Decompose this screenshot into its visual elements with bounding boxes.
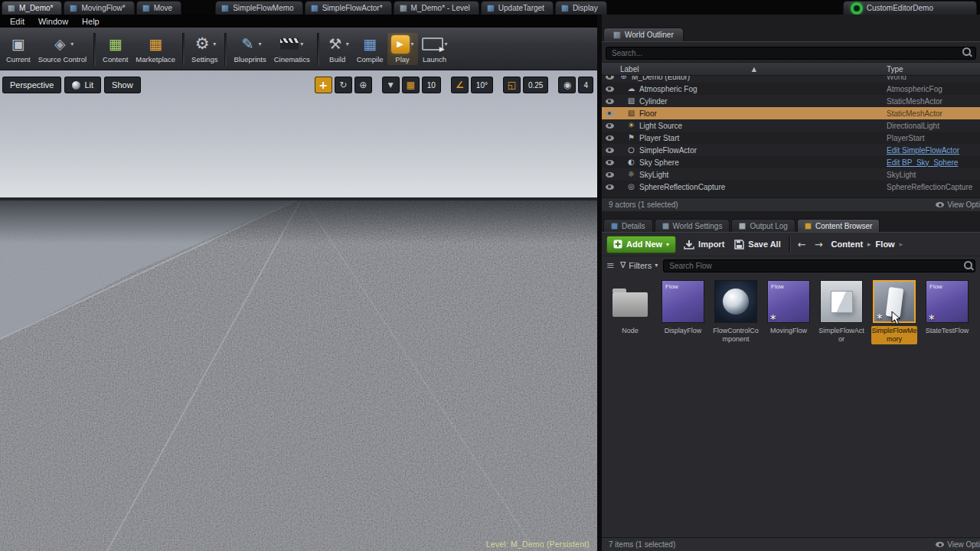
grid-snap-value[interactable]: 10 — [422, 77, 441, 93]
edit-asset-link[interactable]: Edit BP_Sky_Sphere — [887, 158, 980, 167]
surface-snap-icon[interactable] — [382, 77, 400, 93]
tab-customeditordemo[interactable]: CustomEditorDemo — [843, 1, 977, 15]
world-coords-icon[interactable] — [354, 77, 372, 93]
tab-world-settings[interactable]: World Settings — [655, 219, 730, 232]
visibility-toggle[interactable] — [602, 135, 617, 141]
viewport-floor[interactable] — [0, 197, 597, 551]
tab-m-demo[interactable]: M_Demo* — [2, 1, 62, 15]
outliner-row-sky-sphere[interactable]: Sky SphereEdit BP_Sky_Sphere — [602, 156, 980, 168]
camera-speed-icon[interactable] — [558, 77, 576, 93]
import-button[interactable]: Import — [681, 240, 727, 249]
visibility-toggle[interactable] — [602, 184, 617, 190]
edit-asset-link[interactable]: Edit SimpleFlowActor — [887, 146, 980, 155]
visibility-toggle[interactable] — [602, 99, 617, 104]
sources-panel-icon[interactable] — [606, 259, 615, 271]
rotation-snap-value[interactable]: 10° — [471, 77, 493, 93]
save-all-button[interactable]: Save All — [732, 240, 782, 249]
content-view-options-button[interactable]: View Options — [936, 538, 980, 551]
outliner-row-light-source[interactable]: Light SourceDirectionalLight — [602, 119, 980, 132]
toolbar-settings-button[interactable]: Settings — [188, 33, 221, 65]
tab-movingflow[interactable]: MovingFlow* — [64, 1, 134, 15]
toolbar-blueprints-button[interactable]: Blueprints — [230, 33, 270, 65]
asset-simpleflowactor[interactable]: SimpleFlowActor — [818, 280, 864, 344]
blueprint-tab-icon — [221, 5, 229, 12]
add-new-button[interactable]: Add New — [606, 236, 676, 253]
asset-flowcontrolcomponent[interactable]: FlowControlComponent — [713, 280, 759, 344]
forward-button[interactable] — [813, 239, 825, 250]
asset-node[interactable]: Node — [607, 280, 653, 336]
rotate-tool-icon[interactable] — [335, 77, 352, 93]
scale-snap-icon[interactable] — [503, 77, 521, 93]
toolbar-compile-button[interactable]: Compile — [353, 33, 387, 65]
visibility-toggle[interactable] — [602, 123, 617, 129]
outliner-view-options-button[interactable]: View Options — [936, 198, 980, 211]
tab-output-log[interactable]: Output Log — [731, 219, 795, 232]
menu-window[interactable]: Window — [31, 15, 75, 28]
visibility-toggle[interactable] — [602, 172, 617, 178]
scale-snap-value[interactable]: 0.25 — [523, 77, 548, 93]
grid-snap-icon[interactable] — [402, 77, 420, 93]
actor-icon — [626, 146, 636, 154]
toolbar-source-control-button[interactable]: Source Control — [34, 33, 90, 65]
column-label[interactable]: Label — [602, 65, 887, 73]
outliner-row-cylinder[interactable]: CylinderStaticMeshActor — [602, 95, 980, 107]
outliner-row-atmospheric-fog[interactable]: Atmospheric FogAtmosphericFog — [602, 83, 980, 95]
tab-simpleflowmemo[interactable]: SimpleFlowMemo — [215, 1, 302, 15]
outliner-row-spherereflectioncapture[interactable]: SphereReflectionCaptureSphereReflectionC… — [602, 181, 980, 193]
blueprint-tab-icon — [70, 5, 77, 12]
tab-details[interactable]: Details — [603, 219, 653, 232]
tab-display[interactable]: Display — [555, 1, 607, 15]
back-button[interactable] — [796, 239, 808, 250]
visibility-toggle[interactable] — [602, 148, 617, 153]
eye-icon — [606, 160, 614, 165]
content-browser-footer: 7 items (1 selected) View Options — [602, 537, 980, 551]
toolbar-play-button[interactable]: Play — [387, 33, 418, 65]
show-button[interactable]: Show — [104, 77, 141, 93]
outliner-column-headers[interactable]: Label Type — [602, 62, 980, 76]
lit-label: Lit — [84, 80, 93, 90]
rotation-snap-icon[interactable] — [451, 77, 469, 93]
world-settings-icon — [662, 223, 669, 230]
toolbar-launch-button[interactable]: Launch — [418, 33, 452, 65]
column-label-text: Label — [620, 65, 639, 73]
asset-displayflow[interactable]: FlowDisplayFlow — [660, 280, 706, 336]
visibility-toggle[interactable] — [602, 86, 617, 92]
tab-m-demo-level[interactable]: M_Demo* - Level — [394, 1, 479, 15]
content-browser-empty-area[interactable] — [602, 347, 980, 537]
outliner-row-floor[interactable]: FloorStaticMeshActor — [602, 107, 980, 119]
view-options-label: View Options — [947, 540, 980, 549]
toolbar-current-button[interactable]: Current — [2, 33, 34, 65]
visibility-toggle[interactable] — [602, 76, 617, 80]
level-viewport[interactable]: Perspective Lit Show 1010°0.254 Level: M… — [0, 70, 597, 551]
tab-move[interactable]: Move — [136, 1, 181, 15]
outliner-row-skylight[interactable]: SkyLightSkyLight — [602, 168, 980, 181]
outliner-row-simpleflowactor[interactable]: SimpleFlowActorEdit SimpleFlowActor — [602, 144, 980, 156]
move-tool-icon[interactable] — [315, 77, 332, 93]
tab-content-browser[interactable]: Content Browser — [797, 219, 880, 232]
outliner-search-input[interactable] — [606, 47, 976, 60]
asset-type-badge: Flow — [771, 283, 784, 290]
outliner-row-m-demo-editor[interactable]: M_Demo (Editor)World — [602, 76, 980, 83]
content-search-input[interactable] — [663, 259, 975, 272]
toolbar-cinematics-button[interactable]: Cinematics — [270, 33, 314, 65]
perspective-button[interactable]: Perspective — [2, 77, 61, 93]
visibility-toggle[interactable] — [602, 111, 617, 116]
toolbar-content-button[interactable]: Content — [99, 33, 132, 65]
outliner-row-player-start[interactable]: Player StartPlayerStart — [602, 132, 980, 144]
camera-speed-value[interactable]: 4 — [578, 77, 593, 93]
tab-world-outliner[interactable]: World Outliner — [603, 28, 684, 41]
tab-updatetarget[interactable]: UpdateTarget — [481, 1, 554, 15]
tab-simpleflowactor[interactable]: SimpleFlowActor* — [305, 1, 392, 15]
breadcrumb-content[interactable]: Content — [831, 240, 864, 249]
asset-movingflow[interactable]: FlowMovingFlow — [766, 280, 812, 336]
toolbar-marketplace-button[interactable]: Marketplace — [132, 33, 179, 65]
toolbar-build-button[interactable]: Build — [322, 33, 353, 65]
menu-edit[interactable]: Edit — [3, 15, 31, 28]
asset-statetestflow[interactable]: FlowStateTestFlow — [924, 280, 970, 336]
menu-help[interactable]: Help — [75, 15, 106, 28]
breadcrumb-flow[interactable]: Flow — [876, 240, 895, 249]
lit-button[interactable]: Lit — [64, 77, 101, 93]
visibility-toggle[interactable] — [602, 160, 617, 165]
column-type[interactable]: Type — [887, 65, 980, 73]
filters-button[interactable]: Filters — [620, 260, 658, 270]
